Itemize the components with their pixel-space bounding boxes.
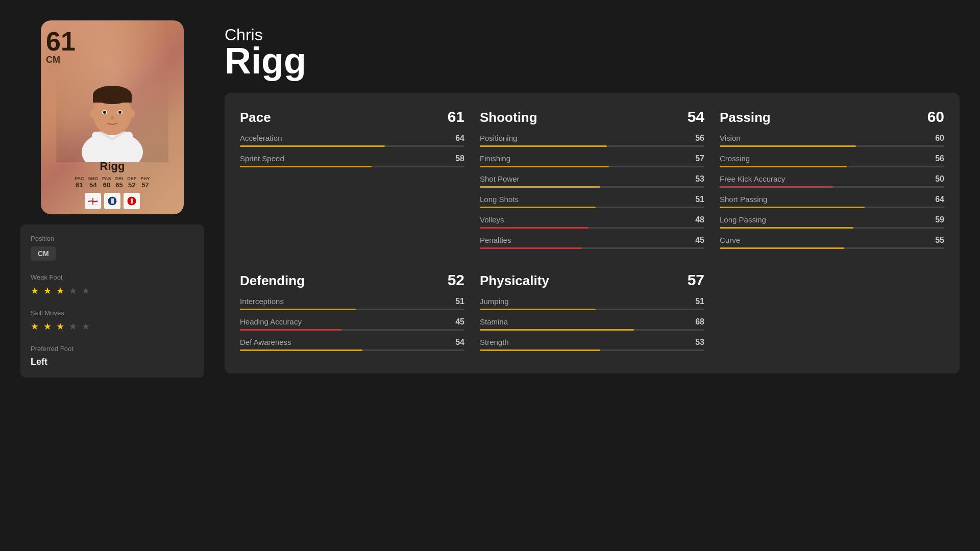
stat-value: 54 — [455, 338, 464, 347]
svg-rect-1 — [92, 132, 133, 162]
card-rating: 61 — [46, 28, 76, 55]
stat-value: 56 — [935, 154, 944, 163]
stat-bar-bg — [480, 186, 704, 188]
stat-value: 51 — [455, 297, 464, 306]
stat-bar-bg — [240, 166, 464, 167]
shooting-name: Shooting — [480, 110, 537, 126]
passing-category: Passing 60 Vision 60 Crossing 56 — [720, 108, 944, 256]
badge-club2 — [124, 193, 140, 209]
stat-top: Short Passing 64 — [720, 195, 944, 204]
stat-bar-bg — [480, 145, 704, 147]
card-stat-pac: PAC61 — [75, 176, 84, 189]
stat-row: Volleys 48 — [480, 215, 704, 229]
shooting-items: Positioning 56 Finishing 57 Shot Power 5… — [480, 134, 704, 256]
stat-bar-bg — [480, 166, 704, 167]
stat-row: Penalties 45 — [480, 236, 704, 249]
player-card: 61 CM — [41, 20, 184, 214]
stat-bar-fill — [480, 349, 600, 351]
stat-value: 68 — [695, 317, 704, 327]
player-name-header: Chris Rigg — [225, 20, 960, 83]
stat-value: 53 — [695, 174, 704, 184]
right-panel: Chris Rigg Pace 61 Acceleration 64 Sprin… — [225, 20, 960, 373]
stat-name: Short Passing — [720, 195, 767, 204]
badge-flag: 🏴󠁧󠁢󠁥󠁮󠁧󠁿 — [85, 193, 101, 209]
pace-name: Pace — [240, 110, 271, 126]
svg-rect-14 — [111, 198, 114, 204]
card-stat-dri: DRI65 — [115, 176, 124, 189]
stat-name: Positioning — [480, 134, 517, 142]
defending-score: 52 — [448, 271, 464, 289]
stat-top: Strength 53 — [480, 338, 704, 347]
left-panel: 61 CM — [20, 20, 204, 378]
card-badges: 🏴󠁧󠁢󠁥󠁮󠁧󠁿 — [85, 193, 140, 209]
stat-top: Acceleration 64 — [240, 134, 464, 143]
preferred-foot-label: Preferred Foot — [31, 345, 194, 353]
stat-bar-bg — [480, 309, 704, 310]
defending-items: Interceptions 51 Heading Accuracy 45 Def… — [240, 297, 464, 358]
stat-bar-fill — [720, 145, 856, 147]
stat-row: Def Awareness 54 — [240, 338, 464, 351]
stat-bar-fill — [480, 166, 609, 167]
stat-name: Interceptions — [240, 297, 284, 306]
stat-name: Sprint Speed — [240, 154, 284, 163]
info-panel: Position CM Weak Foot ★ ★ ★ ★ ★ Skill Mo… — [20, 224, 204, 378]
position-label: Position — [31, 235, 194, 242]
stat-name: Crossing — [720, 154, 750, 163]
stat-name: Jumping — [480, 297, 509, 306]
passing-header: Passing 60 — [720, 108, 944, 126]
stat-name: Def Awareness — [240, 338, 291, 346]
stat-name: Volleys — [480, 215, 504, 224]
stat-bar-fill — [480, 247, 582, 249]
passing-score: 60 — [927, 108, 944, 126]
stat-bar-fill — [240, 309, 356, 310]
defending-header: Defending 52 — [240, 271, 464, 289]
stat-row: Shot Power 53 — [480, 174, 704, 188]
stat-bar-fill — [720, 247, 844, 249]
stat-top: Def Awareness 54 — [240, 338, 464, 347]
physicality-header: Physicality 57 — [480, 271, 704, 289]
card-name: Rigg — [100, 160, 125, 173]
stat-value: 58 — [455, 154, 464, 163]
stat-bar-bg — [720, 145, 944, 147]
stat-name: Finishing — [480, 154, 510, 163]
pace-header: Pace 61 — [240, 108, 464, 126]
preferred-foot-value: Left — [31, 357, 47, 367]
card-stat-sho: SHO54 — [88, 176, 98, 189]
stat-name: Stamina — [480, 317, 508, 326]
stat-row: Jumping 51 — [480, 297, 704, 310]
stat-bar-fill — [240, 145, 385, 147]
pace-category: Pace 61 Acceleration 64 Sprint Speed 58 — [240, 108, 464, 256]
stat-row: Vision 60 — [720, 134, 944, 147]
stat-row: Stamina 68 — [480, 317, 704, 331]
shooting-header: Shooting 54 — [480, 108, 704, 126]
card-position: CM — [46, 55, 60, 65]
pace-items: Acceleration 64 Sprint Speed 58 — [240, 134, 464, 174]
stat-name: Shot Power — [480, 174, 520, 183]
stat-row: Crossing 56 — [720, 154, 944, 167]
stat-top: Curve 55 — [720, 236, 944, 245]
stat-value: 64 — [935, 195, 944, 204]
stat-bar-fill — [480, 227, 589, 229]
stat-bar-bg — [720, 207, 944, 208]
stat-top: Stamina 68 — [480, 317, 704, 327]
stat-name: Free Kick Accuracy — [720, 174, 785, 183]
card-top: 61 CM — [46, 28, 179, 65]
physicality-items: Jumping 51 Stamina 68 Strength 53 — [480, 297, 704, 358]
stat-bar-bg — [240, 329, 464, 331]
stat-bar-fill — [720, 186, 833, 188]
stat-row: Sprint Speed 58 — [240, 154, 464, 167]
stat-bar-fill — [720, 227, 853, 229]
shooting-score: 54 — [688, 108, 704, 126]
defending-name: Defending — [240, 273, 305, 289]
weak-foot-section: Weak Foot ★ ★ ★ ★ ★ — [31, 273, 194, 296]
card-photo — [56, 65, 168, 162]
stat-bar-fill — [240, 349, 362, 351]
stat-value: 45 — [695, 236, 704, 245]
card-stats-row: PAC61SHO54PAS60DRI65DEF52PHY57 — [75, 176, 150, 189]
stat-top: Long Shots 51 — [480, 195, 704, 204]
stat-top: Free Kick Accuracy 50 — [720, 174, 944, 184]
stat-top: Shot Power 53 — [480, 174, 704, 184]
stat-top: Penalties 45 — [480, 236, 704, 245]
svg-point-8 — [103, 111, 106, 114]
badge-club1 — [104, 193, 120, 209]
